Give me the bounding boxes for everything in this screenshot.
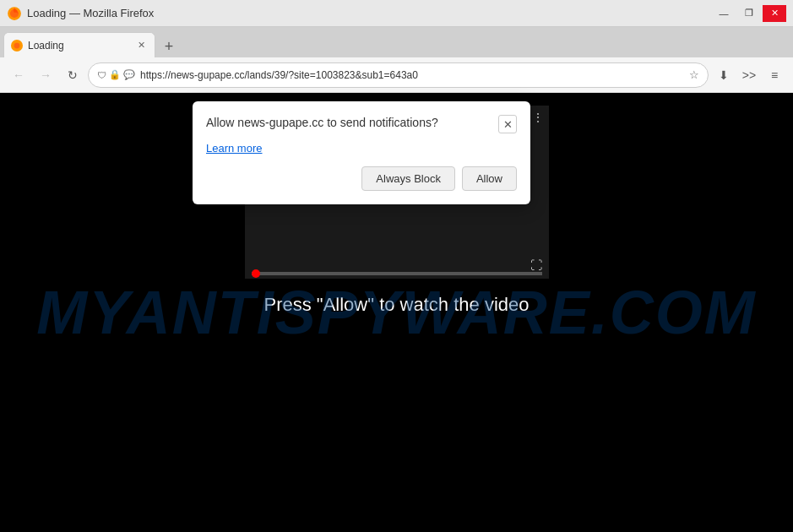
tabbar: Loading ✕ + — [0, 27, 793, 57]
restore-button[interactable]: ❐ — [737, 5, 761, 22]
page-content: MYANTISPYWARE.COM ∨ ≡ ↗ ⋮ ⏮ ▶ ⏭ ⛶ Press … — [0, 93, 793, 532]
shield-icon: 🛡 — [97, 70, 106, 80]
bookmark-star-icon[interactable]: ☆ — [689, 68, 699, 81]
navbar: ← → ↻ 🛡 🔒 💬 https://news-gupape.cc/lands… — [0, 57, 793, 93]
popup-buttons: Always Block Allow — [206, 166, 517, 191]
allow-button[interactable]: Allow — [462, 166, 517, 191]
titlebar: Loading — Mozilla Firefox — ❐ ✕ — [0, 0, 793, 27]
toolbar-right: ⬇ >> ≡ — [712, 63, 786, 87]
firefox-logo — [7, 6, 22, 21]
titlebar-left: Loading — Mozilla Firefox — [7, 6, 154, 21]
learn-more-link[interactable]: Learn more — [206, 142, 262, 155]
video-bottom-bar — [245, 269, 549, 279]
tab-loading[interactable]: Loading ✕ — [3, 32, 155, 57]
menu-button[interactable]: ≡ — [763, 63, 786, 87]
close-button[interactable]: ✕ — [763, 5, 786, 22]
progress-bar[interactable] — [252, 272, 542, 275]
download-button[interactable]: ⬇ — [712, 63, 736, 87]
titlebar-controls: — ❐ ✕ — [712, 5, 786, 22]
popup-close-button[interactable]: ✕ — [498, 115, 517, 133]
minimize-button[interactable]: — — [712, 5, 736, 22]
progress-indicator — [252, 269, 260, 278]
notification-icon: 💬 — [123, 69, 135, 80]
reload-button[interactable]: ↻ — [61, 63, 84, 87]
press-allow-text: Press "Allow" to watch the video — [264, 294, 530, 316]
address-icons: 🛡 🔒 💬 — [97, 69, 135, 80]
new-tab-button[interactable]: + — [157, 35, 181, 57]
always-block-button[interactable]: Always Block — [361, 166, 455, 191]
titlebar-title: Loading — Mozilla Firefox — [27, 7, 154, 19]
overflow-button[interactable]: >> — [737, 63, 761, 87]
svg-point-3 — [14, 42, 20, 48]
popup-header: Allow news-gupape.cc to send notificatio… — [206, 115, 517, 133]
fullscreen-button[interactable]: ⛶ — [530, 258, 542, 272]
address-bar[interactable]: 🛡 🔒 💬 https://news-gupape.cc/lands/39/?s… — [88, 62, 709, 88]
more-options-icon[interactable]: ⋮ — [532, 111, 544, 124]
tab-label: Loading — [28, 40, 129, 52]
address-text: https://news-gupape.cc/lands/39/?site=10… — [140, 69, 684, 81]
tab-favicon — [11, 40, 23, 52]
lock-icon: 🔒 — [109, 69, 121, 80]
tab-close-button[interactable]: ✕ — [134, 39, 148, 52]
forward-button[interactable]: → — [34, 63, 57, 87]
notification-popup: Allow news-gupape.cc to send notificatio… — [193, 101, 530, 204]
popup-title: Allow news-gupape.cc to send notificatio… — [206, 115, 438, 132]
back-button[interactable]: ← — [7, 63, 30, 87]
